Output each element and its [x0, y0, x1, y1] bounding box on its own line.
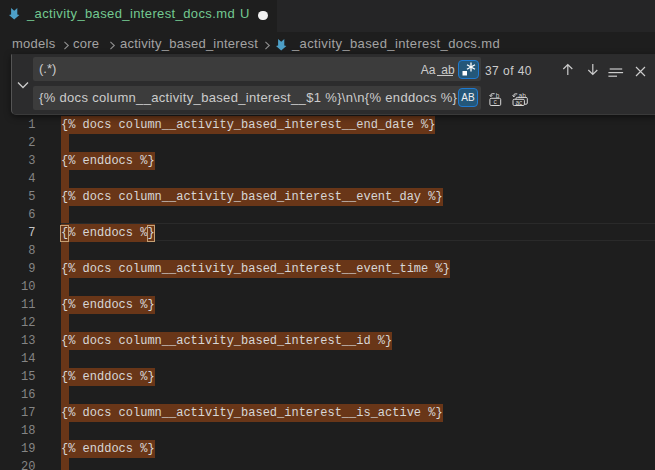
- svg-text:ac: ac: [515, 98, 523, 105]
